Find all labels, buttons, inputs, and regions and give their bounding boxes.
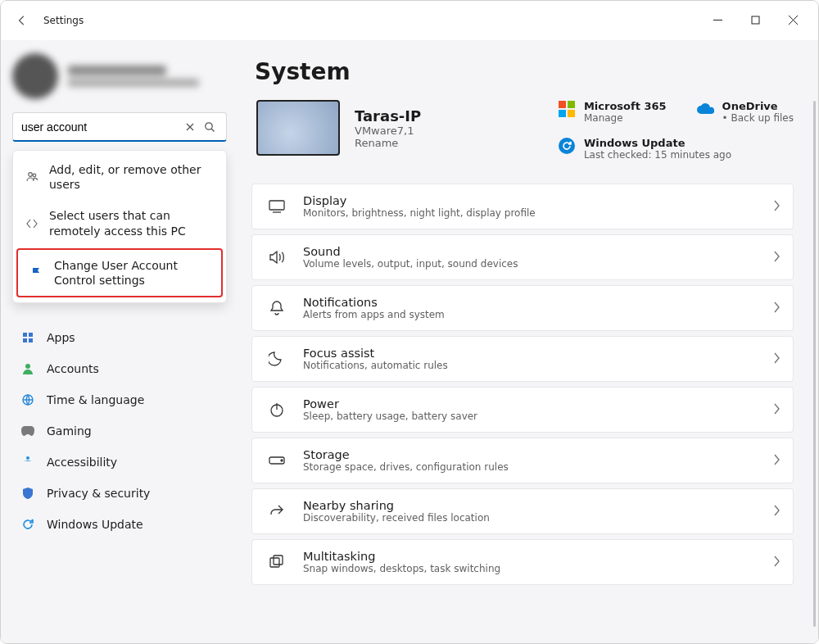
search-submit-button[interactable] [200, 121, 219, 133]
card-title: Multitasking [303, 550, 500, 563]
card-sub: Monitors, brightness, night light, displ… [303, 207, 536, 219]
svg-rect-12 [23, 338, 27, 342]
card-power[interactable]: PowerSleep, battery usage, battery saver [251, 387, 794, 433]
device-model: VMware7,1 [355, 125, 421, 137]
onedrive-icon [696, 100, 714, 118]
svg-line-7 [211, 129, 214, 131]
search-suggestion-uac[interactable]: Change User Account Control settings [16, 248, 223, 297]
update-icon [20, 517, 35, 532]
clear-search-button[interactable] [180, 122, 200, 132]
search-box[interactable] [12, 112, 227, 142]
card-multitasking[interactable]: MultitaskingSnap windows, desktops, task… [251, 539, 794, 585]
titlebar: Settings [1, 1, 818, 40]
card-title: Power [303, 397, 477, 410]
settings-list: DisplayMonitors, brightness, night light… [251, 184, 794, 585]
svg-point-6 [206, 122, 212, 129]
nav-time-language[interactable]: Time & language [12, 384, 227, 415]
display-icon [265, 195, 288, 218]
search-suggestion-remote-access[interactable]: Select users that can remotely access th… [13, 200, 226, 246]
svg-point-17 [559, 138, 575, 154]
chevron-right-icon [773, 505, 780, 519]
apps-icon [20, 330, 35, 345]
quick-onedrive[interactable]: OneDrive Back up files [696, 100, 794, 124]
device-block[interactable]: Taras-IP VMware7,1 Rename [256, 100, 421, 156]
multi-icon [265, 551, 288, 574]
nav-gaming[interactable]: Gaming [12, 415, 227, 447]
card-sub: Storage space, drives, configuration rul… [303, 461, 509, 473]
accounts-icon [20, 361, 35, 376]
chevron-right-icon [773, 556, 780, 569]
card-title: Notifications [303, 296, 445, 309]
card-title: Storage [303, 448, 509, 461]
moon-icon [265, 347, 288, 370]
back-button[interactable] [16, 14, 29, 27]
svg-rect-1 [752, 16, 759, 24]
storage-icon [265, 449, 288, 472]
card-storage[interactable]: StorageStorage space, drives, configurat… [251, 438, 794, 483]
card-display[interactable]: DisplayMonitors, brightness, night light… [251, 184, 794, 229]
close-button[interactable] [774, 7, 812, 34]
maximize-button[interactable] [736, 7, 774, 34]
quick-m365[interactable]: Microsoft 365 Manage [558, 100, 667, 124]
nav-label: Windows Update [47, 518, 143, 531]
chevron-right-icon [773, 403, 780, 417]
chevron-right-icon [773, 352, 780, 366]
nav-label: Privacy & security [47, 487, 150, 500]
chevron-right-icon [773, 200, 780, 214]
search-suggestion-label: Change User Account Control settings [54, 258, 210, 288]
svg-rect-24 [270, 558, 279, 567]
svg-point-9 [33, 174, 36, 177]
card-sub: Alerts from apps and system [303, 309, 445, 320]
device-thumbnail [256, 100, 340, 156]
quick-windows-update[interactable]: Windows Update Last checked: 15 minutes … [558, 137, 794, 161]
card-notifications[interactable]: NotificationsAlerts from apps and system [251, 285, 794, 331]
nav-label: Apps [47, 331, 75, 344]
people-icon [25, 170, 39, 184]
card-sub: Discoverability, received files location [303, 512, 490, 524]
nav-label: Accessibility [47, 456, 117, 469]
card-title: Nearby sharing [303, 499, 490, 512]
device-rename-link[interactable]: Rename [355, 137, 421, 149]
nav-accessibility[interactable]: Accessibility [12, 447, 227, 478]
svg-point-14 [25, 364, 30, 369]
card-title: Sound [303, 245, 518, 258]
user-profile[interactable] [12, 53, 227, 99]
quick-sub: Last checked: 15 minutes ago [584, 149, 731, 161]
device-name: Taras-IP [355, 107, 421, 125]
nav-label: Gaming [47, 424, 92, 438]
nav-apps[interactable]: Apps [12, 322, 227, 353]
card-sound[interactable]: SoundVolume levels, output, input, sound… [251, 234, 794, 280]
svg-rect-13 [29, 338, 33, 342]
card-sub: Volume levels, output, input, sound devi… [303, 258, 518, 270]
quick-title: Microsoft 365 [584, 100, 667, 112]
card-nearby-sharing[interactable]: Nearby sharingDiscoverability, received … [251, 488, 794, 534]
power-icon [265, 398, 288, 421]
chevron-right-icon [773, 251, 780, 265]
svg-rect-10 [23, 333, 27, 337]
card-sub: Notifications, automatic rules [303, 360, 448, 371]
main-content: System Taras-IP VMware7,1 Rename Microso… [238, 40, 818, 643]
svg-point-23 [281, 460, 283, 461]
sidebar: Add, edit, or remove other users Select … [1, 40, 238, 643]
svg-point-8 [29, 173, 33, 177]
quick-sub: Back up files [722, 112, 794, 124]
user-name-redacted [68, 66, 199, 87]
minimize-button[interactable] [699, 7, 736, 34]
chevron-right-icon [773, 302, 780, 315]
scrollbar[interactable] [813, 101, 816, 627]
card-title: Display [303, 194, 536, 207]
nav-label: Accounts [47, 362, 99, 375]
page-title: System [255, 58, 794, 85]
privacy-icon [20, 486, 35, 501]
nav-label: Time & language [47, 393, 144, 406]
app-title: Settings [43, 15, 84, 26]
nav-privacy[interactable]: Privacy & security [12, 478, 227, 509]
search-suggestion-label: Add, edit, or remove other users [49, 162, 215, 192]
quick-sub: Manage [584, 112, 667, 124]
nav-windows-update[interactable]: Windows Update [12, 509, 227, 540]
nav: Apps Accounts Time & language Gaming [12, 322, 227, 540]
search-suggestion-other-users[interactable]: Add, edit, or remove other users [13, 154, 226, 200]
card-focus-assist[interactable]: Focus assistNotifications, automatic rul… [251, 336, 794, 382]
nav-accounts[interactable]: Accounts [12, 353, 227, 384]
search-input[interactable] [20, 120, 180, 134]
